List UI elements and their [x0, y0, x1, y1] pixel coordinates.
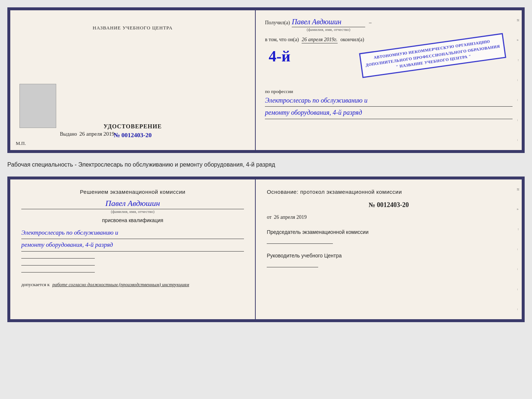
- completion-date: 26 апреля 2019г.: [302, 37, 337, 43]
- edge-mark-b5: –: [516, 268, 520, 270]
- basis-title: Основание: протокол экзаменационной коми…: [267, 189, 511, 195]
- qualification-area: Электрослесарь по обслуживанию и ремонту…: [21, 227, 244, 252]
- protocol-date: от 26 апреля 2019: [267, 214, 511, 220]
- issued-line: Выдано 26 апреля 2019: [60, 131, 115, 137]
- protocol-date-value: 26 апреля 2019: [274, 214, 307, 220]
- edge-mark-b6: –: [516, 288, 520, 290]
- edge-mark-4: –: [516, 79, 520, 81]
- fio-label-top: (фамилия, имя, отчество): [307, 27, 351, 32]
- right-edge-marks-bottom: И а ← – – – –: [514, 179, 522, 319]
- signature-line-1: [21, 258, 95, 259]
- finished-text: окончил(а): [341, 37, 364, 43]
- profession-area: по профессии Электрослесарь по обслужива…: [265, 89, 513, 119]
- director-label: Руководитель учебного Центра: [267, 252, 511, 260]
- recipient-line: Получил(а) Павел Авдюшин (фамилия, имя, …: [265, 18, 513, 32]
- decision-title: Решением экзаменационной комиссии: [21, 189, 244, 195]
- allowed-line: допускается к работе согласно должностны…: [21, 282, 244, 288]
- signature-line-3: [21, 272, 95, 272]
- qualification-line2: ремонту оборудования, 4-й разряд: [21, 239, 244, 251]
- signature-line-2: [21, 265, 95, 266]
- edge-mark-2: а: [516, 39, 520, 41]
- edge-mark-b2: а: [516, 209, 520, 210]
- protocol-number: № 0012403-20: [267, 201, 511, 209]
- edge-mark-b7: –: [516, 309, 520, 310]
- edge-mark-b3: ←: [516, 228, 520, 231]
- top-right-panel: Получил(а) Павел Авдюшин (фамилия, имя, …: [256, 10, 522, 150]
- edge-mark-7: –: [516, 139, 520, 141]
- edge-mark-b4: –: [516, 249, 520, 250]
- edge-mark-5: –: [516, 99, 520, 101]
- fio-label-bottom: (фамилия, имя, отчество): [21, 209, 244, 214]
- in-that-text: в том, что он(а): [265, 37, 299, 43]
- recipient-prefix: Получил(а): [265, 20, 290, 26]
- edge-mark-6: –: [516, 119, 520, 121]
- person-name-area: Павел Авдюшин (фамилия, имя, отчество): [21, 199, 244, 214]
- profession-line2: ремонту оборудования, 4-й разряд: [265, 107, 513, 119]
- allowed-text: работе согласно должностным (производств…: [52, 282, 189, 287]
- person-name: Павел Авдюшин: [21, 199, 244, 209]
- mp-label: М.П.: [16, 140, 26, 146]
- director-signature: [267, 267, 318, 267]
- training-center-title: НАЗВАНИЕ УЧЕБНОГО ЦЕНТРА: [93, 25, 172, 31]
- edge-mark-1: И: [516, 19, 520, 22]
- bottom-left-panel: Решением экзаменационной комиссии Павел …: [10, 179, 256, 319]
- divider-text: Рабочая специальность - Электрослесарь п…: [7, 160, 525, 170]
- cert-number-value: 0012403-20: [122, 132, 152, 139]
- bottom-document: Решением экзаменационной комиссии Павел …: [7, 177, 525, 322]
- profession-line1: Электрослесарь по обслуживанию и: [265, 95, 513, 107]
- right-edge-marks: И а ← – – – –: [514, 10, 522, 150]
- date-prefix: от: [267, 214, 272, 220]
- photo-placeholder: [19, 84, 56, 128]
- top-document: НАЗВАНИЕ УЧЕБНОГО ЦЕНТРА УДОСТОВЕРЕНИЕ №…: [7, 7, 525, 153]
- edge-mark-b1: И: [516, 188, 520, 191]
- rank-org-area: 4-й АВТОНОМНУЮ НЕКОММЕРЧЕСКУЮ ОРГАНИЗАЦИ…: [265, 49, 513, 82]
- top-left-panel: НАЗВАНИЕ УЧЕБНОГО ЦЕНТРА УДОСТОВЕРЕНИЕ №…: [10, 10, 256, 150]
- bottom-right-panel: Основание: протокол экзаменационной коми…: [256, 179, 522, 319]
- edge-mark-3: ←: [516, 58, 520, 62]
- assigned-label: присвоена квалификация: [21, 217, 244, 223]
- allowed-prefix: допускается к: [21, 282, 50, 287]
- recipient-name: Павел Авдюшин: [292, 18, 365, 27]
- cert-number-prefix: №: [114, 132, 120, 139]
- qualification-line1: Электрослесарь по обслуживанию и: [21, 227, 244, 239]
- profession-label: по профессии: [265, 89, 513, 95]
- cert-title: УДОСТОВЕРЕНИЕ: [104, 123, 162, 130]
- chairman-signature: [267, 243, 333, 244]
- rank-number: 4-й: [269, 49, 290, 64]
- issued-prefix: Выдано: [60, 131, 77, 137]
- issued-date: 26 апреля 2019: [79, 131, 115, 137]
- chairman-label: Председатель экзаменационной комиссии: [267, 228, 511, 236]
